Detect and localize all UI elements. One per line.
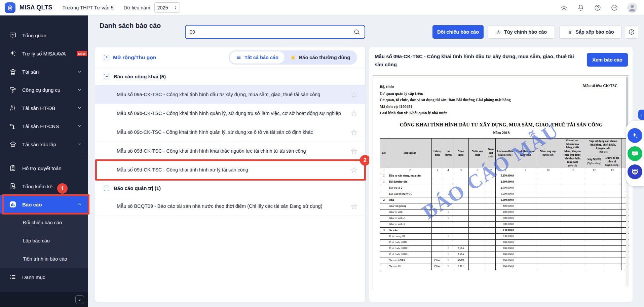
filter-favorite-reports[interactable]: ★ Báo cáo thường dùng	[285, 51, 356, 64]
chat-support-button[interactable]	[628, 146, 642, 161]
report-row-09c[interactable]: Mẫu số 09c-CK-TSC - Công khai tình hình …	[95, 123, 365, 142]
document-table-cell	[453, 240, 469, 246]
report-row-09a[interactable]: Mẫu số 09a-CK-TSC - Công khai tình hình …	[95, 85, 365, 104]
spinner-icon[interactable]: ▲▼	[175, 6, 177, 10]
org-name[interactable]: Trường THPT Tư vấn 5	[63, 5, 114, 10]
document-table-cell: Nhà	[388, 197, 432, 203]
new-badge: NEW	[77, 51, 87, 56]
sidebar-collapse-button[interactable]: ‹	[75, 295, 84, 304]
search-icon[interactable]	[353, 29, 361, 36]
document-scrollbar[interactable]	[626, 76, 629, 293]
sidebar-item-tai-san-ht-cns[interactable]: Tài sản HT-CNS	[0, 117, 88, 135]
sidebar-submenu-bao-cao: Đối chiếu báo cáoLập báo cáoTiến trình i…	[0, 214, 88, 268]
document-table-cell	[469, 246, 486, 252]
sidebar-item-label: Tài sản	[22, 69, 39, 75]
document-table-cell: 1	[380, 179, 388, 185]
document-table-cell: 2.000.000,0	[496, 185, 515, 191]
document-table-cell: Nhà vệ sinh 2	[388, 216, 432, 222]
expand-collapse-link[interactable]: + Mở rộng/Thu gọn	[104, 54, 156, 61]
report-row-bcqt09[interactable]: Mẫu số BCQT09 - Báo cáo tài sản nhà nước…	[95, 197, 365, 216]
report-row-09dd[interactable]: Mẫu số 09đ-CK-TSC - Công khai tình hình …	[95, 142, 365, 161]
sidebar-item-bao-cao[interactable]: Báo cáo1	[0, 195, 88, 214]
document-table-cell	[432, 179, 443, 185]
filter-all-label: Tất cả báo cáo	[244, 55, 278, 60]
document-meta-block: Bộ, tỉnh:Cơ quan quản lý cấp trên:Cơ qua…	[380, 84, 623, 117]
favorite-star-icon[interactable]: ☆	[350, 147, 358, 155]
favorite-star-icon[interactable]: ☆	[350, 109, 358, 118]
settings-gear-icon[interactable]	[560, 4, 568, 12]
document-table-cell	[453, 228, 469, 234]
document-table-cell	[515, 216, 536, 222]
sidebar-item-tai-san-xac-lap[interactable]: Tài sản xác lập	[0, 135, 88, 153]
misa-bot-button[interactable]	[628, 164, 642, 179]
document-table-cell: 100.000,0	[496, 209, 515, 216]
sidebar-item-ho-tro-quyet-toan[interactable]: Hỗ trợ quyết toán	[0, 159, 88, 177]
document-table-cell	[560, 228, 585, 234]
document-table-cell: Nhà văn phòng	[388, 203, 432, 209]
document-table-cell: 200.000,0	[496, 264, 515, 270]
document-table-cell: Nhà vệ sinh	[388, 209, 432, 216]
document-table-cell	[603, 264, 621, 270]
data-year-select[interactable]: 2025 ▲▼	[154, 2, 180, 13]
sidebar-item-tro-ly-so-misa-ava[interactable]: Trợ lý số MISA AVANEW	[0, 44, 88, 63]
favorite-star-icon[interactable]: ☆	[350, 128, 358, 137]
toolbar-help-button[interactable]	[625, 25, 638, 39]
document-table-cell: 3	[380, 228, 388, 234]
document-table-cell	[443, 179, 453, 185]
document-table-cell	[515, 258, 536, 264]
document-table-cell	[380, 209, 388, 216]
table-header-cell: Nhãnhiệu	[453, 138, 469, 168]
document-table-cell	[380, 222, 388, 228]
document-table-cell	[380, 234, 388, 240]
document-table-cell: 1.000.000,0	[496, 191, 515, 197]
document-table-cell	[585, 209, 603, 216]
report-row-label: Mẫu số 09c-CK-TSC - Công khai tình hình …	[117, 128, 350, 136]
document-table-cell	[380, 203, 388, 209]
misa-logo-icon[interactable]	[5, 2, 15, 13]
document-table-cell	[469, 228, 486, 234]
user-avatar[interactable]	[627, 3, 637, 13]
inventory-icon	[9, 182, 17, 190]
more-options-icon[interactable]	[610, 4, 618, 12]
document-table-cell: 1	[443, 209, 453, 216]
filter-all-reports[interactable]: Tất cả báo cáo	[230, 51, 285, 64]
document-table-cell	[380, 258, 388, 264]
sidebar-subitem-doi-chieu-bao-cao[interactable]: Đối chiếu báo cáo	[0, 214, 88, 232]
document-table-cell	[469, 252, 486, 258]
customize-reports-button[interactable]: Tùy chỉnh báo cáo	[488, 25, 555, 39]
asset-icon	[9, 140, 17, 148]
report-search-input[interactable]	[190, 29, 353, 35]
sidebar-subitem-lap-bao-cao[interactable]: Lập báo cáo	[0, 232, 88, 250]
sort-reports-button[interactable]: Sắp xếp báo cáo	[559, 25, 621, 39]
sidebar-subitem-tien-trinh-in-bao-cao[interactable]: Tiến trình in báo cáo	[0, 250, 88, 268]
sidebar-item-tai-san-ht-db[interactable]: Tài sản HT-ĐB	[0, 99, 88, 117]
favorite-star-icon[interactable]: ☆	[350, 90, 358, 99]
sidebar-item-tai-san[interactable]: Tài sản	[0, 63, 88, 81]
document-table-cell	[515, 197, 536, 203]
view-report-button[interactable]: Xem báo cáo	[587, 53, 628, 67]
document-table-cell	[486, 228, 496, 234]
document-scrollbar-thumb[interactable]	[626, 77, 628, 127]
favorite-star-icon[interactable]: ☆	[350, 202, 358, 210]
report-row-09b[interactable]: Mẫu số 09b-CK-TSC - Công khai tình hình …	[95, 104, 365, 123]
chevron-down-icon	[77, 106, 82, 111]
sidebar-item-tong-kiem-ke[interactable]: Tổng kiểm kê	[0, 177, 88, 195]
compare-reports-button[interactable]: Đối chiếu báo cáo	[432, 25, 484, 39]
side-panel-expand-tab[interactable]: ›	[638, 110, 644, 120]
sidebar-item-cong-cu-dung-cu[interactable]: Công cụ dụng cụ	[0, 81, 88, 99]
report-group-header[interactable]: −Báo cáo quản trị (1)	[95, 180, 365, 197]
document-table-cell	[560, 216, 585, 222]
gear-icon	[496, 29, 501, 35]
ai-assistant-button[interactable]	[628, 128, 642, 143]
report-group-header[interactable]: −Báo cáo công khai (5)	[95, 68, 365, 85]
document-table-cell	[585, 240, 603, 246]
report-row-09d[interactable]: Mẫu số 09d-CK-TSC - Công khai tình hình …	[95, 161, 365, 180]
favorite-star-icon[interactable]: ☆	[350, 166, 358, 174]
document-table-cell	[453, 173, 469, 179]
document-table-cell	[486, 191, 496, 197]
sidebar-item-tong-quan[interactable]: Tổng quan	[0, 26, 88, 44]
notification-bell-icon[interactable]	[577, 4, 585, 12]
help-icon[interactable]	[594, 4, 602, 12]
table-header-cell: Hình thức muasắm/thuê	[515, 138, 536, 168]
sidebar-item-danh-muc[interactable]: Danh mục	[0, 268, 88, 286]
